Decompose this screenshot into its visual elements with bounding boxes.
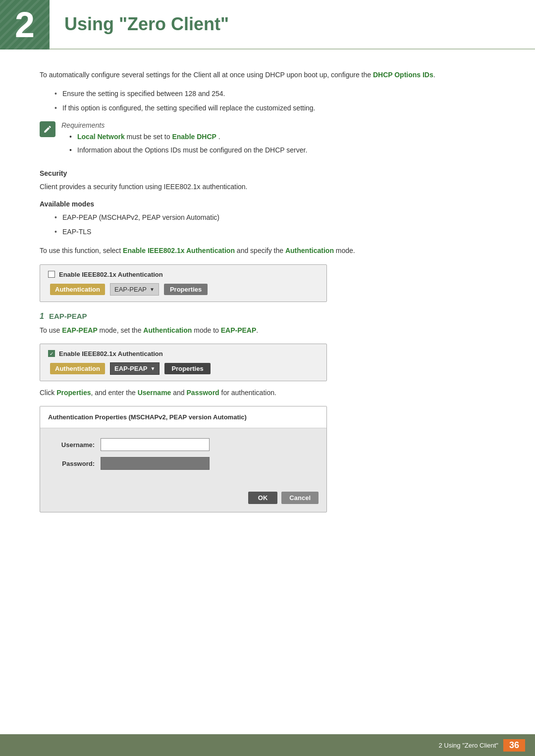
bullet-item-2: If this option is configured, the settin…: [54, 102, 495, 113]
cancel-button[interactable]: Cancel: [281, 492, 319, 504]
auth-dropdown-1[interactable]: EAP-PEAP ▼: [110, 283, 159, 296]
note-sub-list: Local Network must be set to Enable DHCP…: [69, 131, 495, 155]
ui-box-1: Enable IEEE802.1x Authentication Authent…: [40, 264, 327, 302]
footer-page-number: 36: [503, 739, 525, 752]
mode-item-2: EAP-TLS: [54, 226, 495, 237]
note-content: Requirements Local Network must be set t…: [61, 121, 495, 157]
ui-box-2-header-text: Enable IEEE802.1x Authentication: [59, 350, 163, 357]
page-footer: 2 Using "Zero Client" 36: [0, 734, 535, 756]
eap-inst-text4: .: [256, 326, 258, 334]
footer-text: 2 Using "Zero Client": [438, 742, 498, 749]
security-text: Client provides a security function usin…: [40, 181, 495, 192]
pencil-icon: [43, 125, 52, 134]
auth-label-2: Authentication: [50, 363, 105, 374]
note-text-end: .: [218, 133, 220, 141]
note-bullet-2: Information about the Options IDs must b…: [69, 145, 495, 155]
inst2-text1: Click: [40, 389, 56, 397]
note-label: Requirements: [61, 121, 495, 129]
intro-text-1: To automatically configure several setti…: [40, 71, 373, 79]
chapter-title: Using "Zero Client": [64, 14, 229, 35]
dropdown-2-arrow: ▼: [150, 366, 155, 371]
properties-button-2[interactable]: Properties: [164, 363, 210, 374]
inst2-text4: for authentication.: [219, 389, 276, 397]
properties-dialog: Authentication Properties (MSCHAPv2, PEA…: [40, 406, 327, 512]
section-name: EAP-PEAP: [49, 312, 87, 320]
eap-inst-text2: mode, set the: [98, 326, 144, 334]
inst2-text2: , and enter the: [91, 389, 137, 397]
username-input[interactable]: [101, 438, 210, 451]
dropdown-1-arrow: ▼: [150, 287, 155, 292]
inst1-text1: To use this function, select: [40, 247, 123, 254]
inst1-text3: mode.: [334, 247, 355, 254]
note-text-mid: must be set to: [127, 133, 172, 141]
password-field: Password:: [55, 457, 312, 470]
checkbox-1[interactable]: [48, 271, 55, 278]
eap-inst-text1: To use: [40, 326, 62, 334]
security-heading: Security: [40, 169, 495, 177]
auth-label-1: Authentication: [50, 284, 105, 295]
dialog-body: Username: Password:: [40, 428, 326, 486]
dropdown-2-text: EAP-PEAP: [114, 365, 147, 372]
ui-box-2-header: Enable IEEE802.1x Authentication: [48, 350, 319, 357]
eap-peap-section: 1 EAP-PEAP: [40, 312, 495, 321]
username-field: Username:: [55, 438, 312, 451]
chapter-number: 2: [15, 4, 35, 45]
inst1-text2: and specify the: [235, 247, 285, 254]
chapter-header: 2 Using "Zero Client": [0, 0, 535, 50]
username-link[interactable]: Username: [138, 389, 171, 397]
note-block: Requirements Local Network must be set t…: [40, 121, 495, 157]
authentication-link-1[interactable]: Authentication: [285, 247, 334, 254]
eap-peap-instruction: To use EAP-PEAP mode, set the Authentica…: [40, 325, 495, 336]
note-icon: [40, 121, 55, 137]
bullet-item-1: Ensure the setting is specified between …: [54, 88, 495, 99]
enable-dhcp-link[interactable]: Enable DHCP: [172, 133, 216, 141]
dropdown-1-text: EAP-PEAP: [114, 286, 147, 293]
note-bullet-1: Local Network must be set to Enable DHCP…: [69, 131, 495, 142]
ui-box-2: Enable IEEE802.1x Authentication Authent…: [40, 344, 327, 381]
properties-button-1[interactable]: Properties: [164, 284, 208, 295]
ui-box-1-header: Enable IEEE802.1x Authentication: [48, 271, 319, 278]
auth-link-2[interactable]: Authentication: [143, 326, 192, 334]
section-number: 1: [40, 312, 44, 321]
password-label: Password:: [55, 460, 95, 467]
available-modes-list: EAP-PEAP (MSCHAPv2, PEAP version Automat…: [54, 212, 495, 237]
available-modes-heading: Available modes: [40, 200, 495, 208]
auth-dropdown-2[interactable]: EAP-PEAP ▼: [110, 362, 160, 375]
intro-text-2: .: [433, 71, 435, 79]
main-content: To automatically configure several setti…: [0, 69, 535, 560]
checkbox-2[interactable]: [48, 350, 55, 357]
enable-ieee-link[interactable]: Enable IEEE802.1x Authentication: [123, 247, 235, 254]
ui-box-1-header-text: Enable IEEE802.1x Authentication: [59, 271, 163, 278]
ok-button[interactable]: OK: [248, 492, 278, 504]
intro-paragraph: To automatically configure several setti…: [40, 69, 495, 80]
instruction1-paragraph: To use this function, select Enable IEEE…: [40, 245, 495, 256]
dialog-title: Authentication Properties (MSCHAPv2, PEA…: [40, 406, 326, 428]
intro-bullet-list: Ensure the setting is specified between …: [54, 88, 495, 113]
mode-item-1: EAP-PEAP (MSCHAPv2, PEAP version Automat…: [54, 212, 495, 223]
eap-peap-link-1[interactable]: EAP-PEAP: [62, 326, 98, 334]
properties-link[interactable]: Properties: [56, 389, 91, 397]
chapter-number-block: 2: [0, 0, 50, 50]
ui-box-1-row: Authentication EAP-PEAP ▼ Properties: [50, 283, 319, 296]
eap-peap-link-2[interactable]: EAP-PEAP: [221, 326, 257, 334]
password-link[interactable]: Password: [187, 389, 219, 397]
username-label: Username:: [55, 441, 95, 449]
eap-inst-text3: mode to: [192, 326, 220, 334]
instruction2-paragraph: Click Properties, and enter the Username…: [40, 387, 495, 398]
dhcp-options-link[interactable]: DHCP Options IDs: [373, 71, 433, 79]
local-network-link[interactable]: Local Network: [77, 133, 125, 141]
inst2-text3: and: [171, 389, 186, 397]
ui-box-2-row: Authentication EAP-PEAP ▼ Properties: [50, 362, 319, 375]
password-input[interactable]: [101, 457, 210, 470]
chapter-title-block: Using "Zero Client": [50, 0, 535, 50]
dialog-buttons: OK Cancel: [40, 486, 326, 512]
